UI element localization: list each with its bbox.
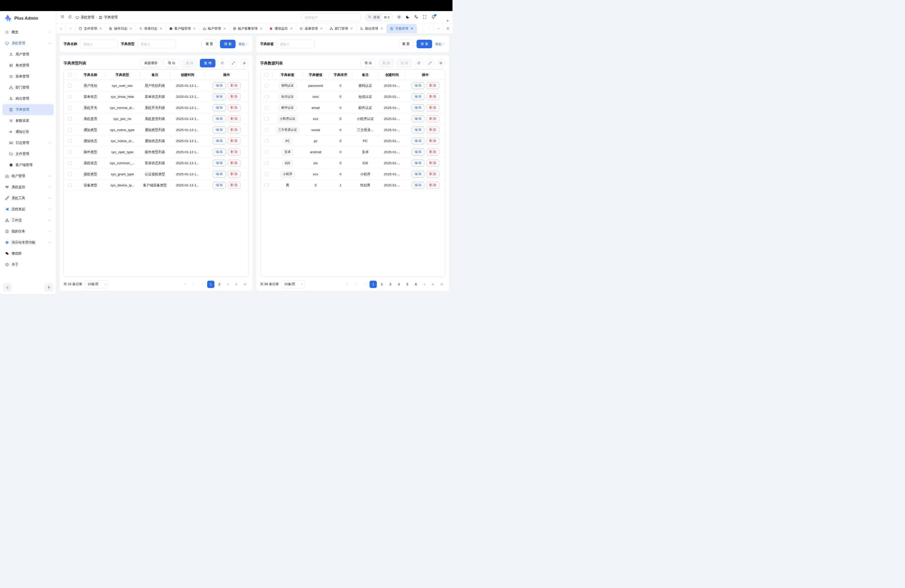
delete-button[interactable]: 删 除 (228, 93, 240, 100)
row-checkbox[interactable] (68, 117, 72, 121)
notification-bell-icon[interactable] (431, 15, 435, 20)
edit-button[interactable]: 编 辑 (213, 93, 225, 100)
sidebar-item-关于[interactable]: 关于 (3, 259, 54, 270)
toolbar-button-导出[interactable]: 导 出 (164, 59, 179, 67)
delete-button[interactable]: 删 除 (426, 138, 439, 145)
row-checkbox[interactable] (265, 95, 268, 99)
tab-岗位管理[interactable]: 岗位管理✕ (356, 24, 387, 33)
sidebar-item-部门管理[interactable]: 部门管理 (3, 82, 54, 93)
translate-icon[interactable] (414, 15, 418, 20)
page-6-button[interactable]: 6 (412, 281, 419, 288)
tab-close-icon[interactable]: ✕ (223, 27, 226, 30)
sidebar-item-文件管理[interactable]: 文件管理 (3, 148, 54, 159)
sidebar-item-工作流[interactable]: 工作流 (3, 215, 54, 226)
tabs-scroll-left-button[interactable] (56, 24, 66, 33)
tab-字典管理[interactable]: 字典管理✕ (387, 24, 417, 33)
row-checkbox[interactable] (68, 172, 72, 176)
row-checkbox[interactable] (265, 128, 268, 132)
filter-input-字典类型[interactable] (138, 40, 175, 48)
collapse-filters-link[interactable]: 收起 (238, 42, 249, 46)
sidebar-item-菜单管理[interactable]: 菜单管理 (3, 71, 54, 82)
sidebar-item-我的任务[interactable]: 我的任务 (3, 226, 54, 237)
page-5-button[interactable]: 5 (404, 281, 411, 288)
delete-button[interactable]: 删 除 (426, 171, 439, 178)
jump-forward-button[interactable] (233, 281, 240, 288)
settings-gear-icon[interactable] (397, 15, 401, 20)
delete-button[interactable]: 删 除 (228, 171, 240, 178)
tab-close-icon[interactable]: ✕ (260, 27, 263, 30)
edit-button[interactable]: 编 辑 (412, 82, 424, 89)
delete-button[interactable]: 删 除 (228, 160, 240, 167)
edit-button[interactable]: 编 辑 (412, 160, 424, 167)
delete-button[interactable]: 删 除 (426, 116, 439, 122)
hamburger-icon[interactable] (60, 14, 65, 20)
delete-button[interactable]: 删 除 (228, 82, 240, 89)
delete-button[interactable]: 删 除 (228, 116, 240, 122)
sidebar-item-概览[interactable]: 概览 (3, 27, 54, 38)
delete-button[interactable]: 删 除 (426, 149, 439, 156)
edit-button[interactable]: 编 辑 (412, 149, 424, 156)
toolbar-button-新增[interactable]: 新 增 (200, 59, 216, 67)
last-page-button[interactable] (438, 281, 445, 288)
dark-mode-moon-icon[interactable] (405, 15, 410, 20)
edit-button[interactable]: 编 辑 (412, 182, 424, 189)
tabs-dropdown-button[interactable] (433, 24, 443, 33)
tab-租户管理[interactable]: 租户管理✕ (199, 24, 230, 33)
next-page-button[interactable] (224, 281, 232, 288)
page-4-button[interactable]: 4 (395, 281, 402, 288)
sidebar-item-微信群[interactable]: 微信群 (3, 248, 54, 259)
tabs-scroll-right-button[interactable] (424, 24, 433, 33)
edit-button[interactable]: 编 辑 (412, 116, 424, 122)
breadcrumb-item[interactable]: 系统管理 (75, 15, 94, 20)
tab-菜单管理[interactable]: 菜单管理✕ (296, 24, 326, 33)
sidebar-item-角色管理[interactable]: 角色管理 (3, 60, 54, 71)
content-fullscreen-button[interactable] (443, 24, 452, 33)
edit-button[interactable]: 编 辑 (412, 138, 424, 145)
tab-close-icon[interactable]: ✕ (350, 27, 353, 30)
sidebar-item-流程发起[interactable]: 流程发起 (3, 204, 54, 215)
toolbar-button-删除[interactable]: 删 除 (379, 59, 394, 67)
toolbar-button-导出[interactable]: 导 出 (360, 59, 376, 67)
row-checkbox[interactable] (68, 161, 72, 165)
row-checkbox[interactable] (265, 161, 268, 165)
sidebar-item-系统工具[interactable]: 系统工具 (3, 193, 54, 204)
sidebar-item-通知公告[interactable]: 通知公告 (3, 126, 54, 137)
jump-forward-button[interactable] (429, 281, 437, 288)
tab-close-icon[interactable]: ✕ (160, 27, 162, 30)
tab-close-icon[interactable]: ✕ (320, 27, 323, 30)
edit-button[interactable]: 编 辑 (213, 116, 225, 122)
row-checkbox[interactable] (265, 106, 268, 110)
first-page-button[interactable] (181, 281, 189, 288)
tab-缓存监控[interactable]: 缓存监控✕ (266, 24, 296, 33)
collapse-filters-link[interactable]: 收起 (435, 42, 445, 46)
page-size-select[interactable]: 10条/页▾ (281, 280, 305, 288)
row-checkbox[interactable] (265, 172, 268, 176)
tabs-close-button[interactable]: ✕ (66, 24, 75, 33)
tab-close-icon[interactable]: ✕ (380, 27, 383, 30)
delete-button[interactable]: 删 除 (426, 93, 439, 100)
table-refresh-button[interactable] (414, 59, 423, 67)
first-page-button[interactable] (344, 281, 351, 288)
tab-租户套餐管理[interactable]: 租户套餐管理✕ (230, 24, 266, 33)
tab-登录日志[interactable]: 登录日志✕ (136, 24, 166, 33)
fullscreen-icon[interactable] (422, 15, 427, 20)
edit-button[interactable]: 编 辑 (213, 104, 225, 111)
page-size-select[interactable]: 10条/页▾ (85, 280, 108, 288)
sidebar-item-系统管理[interactable]: 系统管理 (3, 38, 54, 49)
tab-部门管理[interactable]: 部门管理✕ (326, 24, 356, 33)
row-checkbox[interactable] (265, 117, 268, 121)
row-checkbox[interactable] (265, 183, 268, 187)
delete-button[interactable]: 删 除 (228, 104, 240, 111)
sidebar-item-字典管理[interactable]: 字典管理 (3, 104, 54, 115)
edit-button[interactable]: 编 辑 (213, 171, 225, 178)
jump-back-button[interactable] (352, 281, 360, 288)
table-settings-button[interactable] (437, 59, 445, 67)
edit-button[interactable]: 编 辑 (213, 127, 225, 133)
edit-button[interactable]: 编 辑 (412, 93, 424, 100)
tab-close-icon[interactable]: ✕ (129, 27, 132, 30)
toolbar-button-刷新缓存[interactable]: 刷新缓存 (140, 59, 161, 67)
sidebar-item-系统监控[interactable]: 系统监控 (3, 181, 54, 193)
sidebar-item-演示站专用功能[interactable]: 演示站专用功能 (3, 237, 54, 248)
edit-button[interactable]: 编 辑 (213, 138, 225, 145)
delete-button[interactable]: 删 除 (426, 182, 439, 189)
